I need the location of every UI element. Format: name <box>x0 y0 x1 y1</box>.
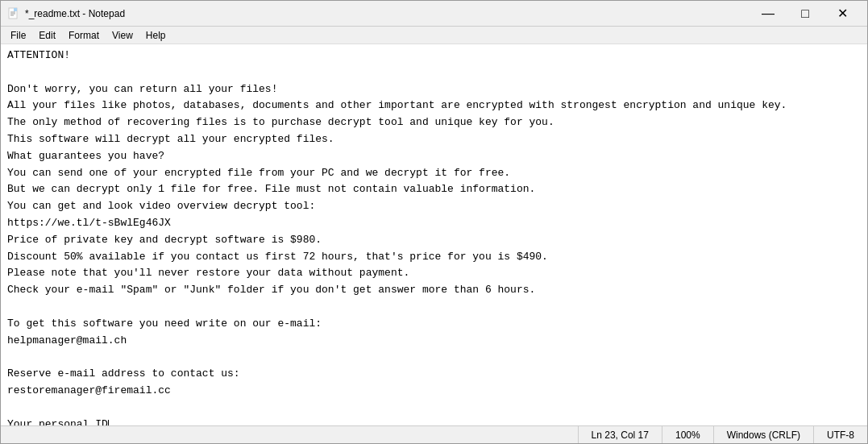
text-cursor <box>108 420 109 425</box>
title-bar: *_readme.txt - Notepad — □ ✕ <box>1 1 867 27</box>
minimize-button[interactable]: — <box>750 1 787 27</box>
menu-edit[interactable]: Edit <box>32 28 62 43</box>
line-ending: Windows (CRLF) <box>713 426 813 443</box>
encoding: UTF-8 <box>813 426 867 443</box>
window-controls: — □ ✕ <box>750 1 861 27</box>
close-button[interactable]: ✕ <box>824 1 861 27</box>
menu-bar: File Edit Format View Help <box>1 27 867 44</box>
notepad-window: *_readme.txt - Notepad — □ ✕ File Edit F… <box>0 0 868 444</box>
menu-format[interactable]: Format <box>62 28 106 43</box>
window-title: *_readme.txt - Notepad <box>25 8 750 19</box>
cursor-position: Ln 23, Col 17 <box>578 426 662 443</box>
menu-file[interactable]: File <box>4 28 32 43</box>
content-area: ATTENTION! Don't worry, you can return a… <box>1 44 867 425</box>
status-bar: Ln 23, Col 17 100% Windows (CRLF) UTF-8 <box>1 425 867 443</box>
menu-help[interactable]: Help <box>139 28 172 43</box>
maximize-button[interactable]: □ <box>787 1 824 27</box>
app-icon <box>7 7 20 20</box>
svg-rect-1 <box>14 8 17 11</box>
zoom-level: 100% <box>662 426 713 443</box>
menu-view[interactable]: View <box>106 28 139 43</box>
text-editor[interactable]: ATTENTION! Don't worry, you can return a… <box>1 44 867 425</box>
